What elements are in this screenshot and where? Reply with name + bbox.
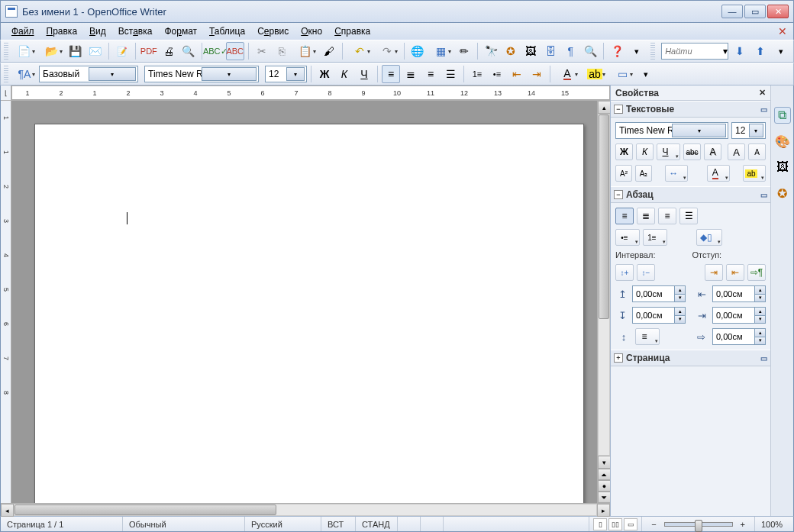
- status-insert[interactable]: ВСТ: [321, 517, 356, 531]
- horizontal-ruler[interactable]: ⌊ 12123456789101112131415: [1, 85, 610, 101]
- status-signature[interactable]: [421, 517, 444, 531]
- email-button[interactable]: ✉️: [86, 42, 105, 60]
- sb-highlight-button[interactable]: ab: [743, 165, 766, 182]
- scroll-right-button[interactable]: ▸: [597, 504, 610, 517]
- align-justify-button[interactable]: ☰: [441, 65, 460, 83]
- indent-right-input[interactable]: ▴▾: [712, 307, 766, 324]
- paste-button[interactable]: 📋: [292, 42, 318, 60]
- menu-window[interactable]: Окно: [296, 24, 327, 38]
- expand-icon[interactable]: +: [614, 353, 623, 363]
- scroll-left-button[interactable]: ◂: [1, 504, 14, 517]
- sb-bold-button[interactable]: Ж: [615, 143, 633, 160]
- sb-bullets-button[interactable]: •≡: [615, 229, 640, 246]
- increase-indent-button[interactable]: ⇥: [528, 65, 546, 83]
- sb-strike-button[interactable]: abc: [683, 143, 701, 160]
- sb-subscript-button[interactable]: A₂: [635, 165, 652, 182]
- close-doc-icon[interactable]: ✕: [778, 26, 787, 37]
- status-zoom[interactable]: 100%: [755, 517, 793, 531]
- status-style[interactable]: Обычный: [123, 517, 245, 531]
- scroll-up-button[interactable]: ▴: [598, 101, 610, 114]
- vertical-scrollbar[interactable]: ▴ ▾ ⏶ ● ⏷: [597, 101, 610, 503]
- sb-spacing-inc-button[interactable]: ↕+: [615, 264, 634, 281]
- save-button[interactable]: 💾: [66, 42, 85, 60]
- background-color-button[interactable]: ▭: [609, 65, 635, 83]
- underline-button[interactable]: Ч: [355, 65, 373, 83]
- styles-button[interactable]: ¶A: [11, 65, 37, 83]
- find-toolbar-overflow[interactable]: ▾: [772, 42, 790, 60]
- sb-decrease-font-button[interactable]: A: [748, 143, 766, 160]
- sb-background-button[interactable]: ◆▯: [696, 229, 722, 246]
- indent-first-input[interactable]: ▴▾: [712, 328, 766, 345]
- menu-help[interactable]: Справка: [330, 24, 375, 38]
- scroll-thumb[interactable]: [599, 114, 609, 319]
- scroll-down-button[interactable]: ▾: [598, 456, 610, 469]
- section-text-header[interactable]: − Текстовые ▭: [611, 101, 770, 118]
- view-multi-button[interactable]: ▯▯: [608, 518, 622, 530]
- more-options-icon[interactable]: ▭: [760, 105, 767, 114]
- hyperlink-button[interactable]: 🌐: [408, 42, 427, 60]
- spacing-before-input[interactable]: ▴▾: [632, 285, 686, 302]
- sb-align-right-button[interactable]: ≡: [658, 208, 676, 224]
- more-options-icon[interactable]: ▭: [760, 191, 767, 199]
- menu-insert[interactable]: Вставка: [114, 24, 157, 38]
- collapse-icon[interactable]: −: [614, 190, 623, 199]
- sb-underline-button[interactable]: Ч: [657, 143, 680, 160]
- auto-spellcheck-button[interactable]: ABC: [226, 42, 244, 60]
- find-combo[interactable]: ▾: [661, 43, 728, 60]
- tab-properties[interactable]: ⧉: [774, 107, 791, 124]
- zoom-slider[interactable]: [664, 522, 733, 527]
- format-toolbar-overflow[interactable]: ▾: [637, 65, 655, 83]
- sb-font-color-button[interactable]: A: [707, 165, 730, 182]
- find-next-button[interactable]: ⬇: [731, 42, 749, 60]
- find-dropdown-icon[interactable]: ▾: [723, 46, 728, 56]
- status-page[interactable]: Страница 1 / 1: [1, 517, 123, 531]
- find-toolbar-grip[interactable]: [650, 43, 655, 60]
- horizontal-scrollbar[interactable]: ◂ ▸: [1, 503, 610, 516]
- zoom-button[interactable]: 🔍: [581, 42, 599, 60]
- view-book-button[interactable]: ▭: [624, 518, 637, 530]
- collapse-icon[interactable]: −: [614, 105, 623, 114]
- sb-indent-inc-button[interactable]: ⇥: [705, 264, 723, 281]
- nav-object-button[interactable]: ●: [598, 480, 610, 492]
- sb-numbers-button[interactable]: 1≡: [643, 229, 667, 246]
- align-right-button[interactable]: ≡: [421, 65, 440, 83]
- spacing-after-input[interactable]: ▴▾: [632, 307, 686, 324]
- print-preview-button[interactable]: 🔍: [179, 42, 198, 60]
- format-paintbrush-button[interactable]: 🖌: [320, 42, 338, 60]
- zoom-out-button[interactable]: −: [648, 520, 659, 529]
- maximize-button[interactable]: ▭: [744, 5, 766, 18]
- print-button[interactable]: 🖨: [160, 42, 178, 60]
- help-button[interactable]: ❓: [608, 42, 626, 60]
- sb-spacing-dec-button[interactable]: ↕−: [637, 264, 655, 281]
- toolbar-grip[interactable]: [4, 43, 8, 60]
- spellcheck-button[interactable]: ABC✓: [206, 42, 224, 60]
- find-prev-button[interactable]: ⬆: [751, 42, 770, 60]
- dropdown-icon[interactable]: ▾: [89, 67, 136, 81]
- menu-edit[interactable]: Правка: [42, 24, 82, 38]
- navigator-button[interactable]: ✪: [502, 42, 520, 60]
- align-center-button[interactable]: ≣: [402, 65, 420, 83]
- undo-button[interactable]: ↶: [347, 42, 373, 60]
- sidebar-close-icon[interactable]: ✕: [759, 89, 766, 97]
- toolbar-overflow[interactable]: ▾: [628, 42, 646, 60]
- sb-increase-font-button[interactable]: A: [728, 143, 745, 160]
- cut-button[interactable]: ✂: [253, 42, 271, 60]
- font-color-button[interactable]: A: [554, 65, 580, 83]
- new-doc-button[interactable]: 📄: [11, 42, 37, 60]
- dropdown-icon[interactable]: ▾: [202, 67, 257, 81]
- edit-button[interactable]: 📝: [113, 42, 131, 60]
- sb-line-spacing-button[interactable]: ≡: [635, 328, 660, 345]
- zoom-in-button[interactable]: +: [738, 520, 748, 529]
- hscroll-thumb[interactable]: [15, 505, 276, 515]
- more-options-icon[interactable]: ▭: [760, 354, 767, 363]
- sb-italic-button[interactable]: К: [636, 143, 654, 160]
- tab-gallery[interactable]: 🖼: [774, 159, 791, 176]
- find-replace-button[interactable]: 🔭: [482, 42, 500, 60]
- sb-shadow-button[interactable]: A: [704, 143, 721, 160]
- font-name-combo[interactable]: Times New Roman ▾: [144, 66, 259, 82]
- nonprinting-button[interactable]: ¶: [561, 42, 579, 60]
- sidebar-font-combo[interactable]: Times New Roman ▾: [615, 122, 728, 139]
- sb-superscript-button[interactable]: A²: [615, 165, 632, 182]
- highlight-button[interactable]: ab: [582, 65, 608, 83]
- align-left-button[interactable]: ≡: [382, 65, 400, 83]
